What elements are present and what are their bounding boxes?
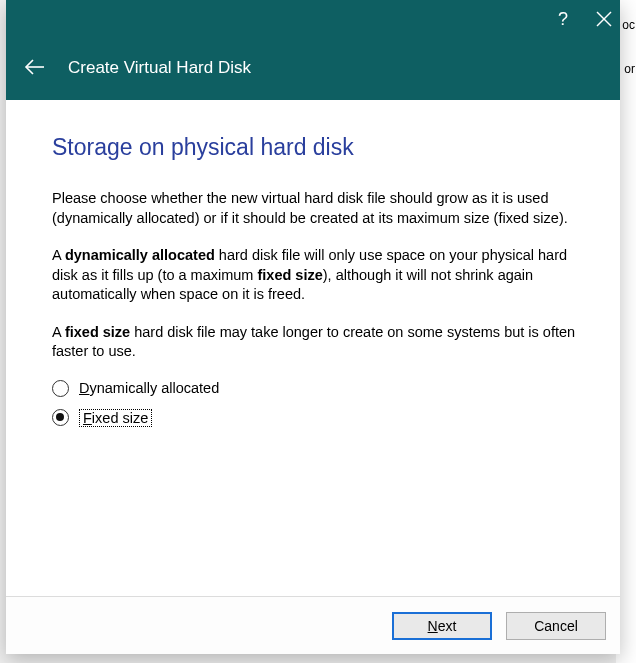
mnemonic: D (79, 380, 89, 396)
label-rest: ext (438, 618, 457, 634)
fixed-paragraph: A fixed size hard disk file may take lon… (52, 323, 580, 362)
dynamic-paragraph: A dynamically allocated hard disk file w… (52, 246, 580, 305)
intro-paragraph: Please choose whether the new virtual ha… (52, 189, 580, 228)
bg-text-fragment: oc (622, 18, 635, 32)
next-button[interactable]: Next (392, 612, 492, 640)
mnemonic: F (83, 410, 92, 426)
radio-label: Fixed size (79, 409, 152, 427)
mnemonic: N (428, 618, 438, 634)
text: hard disk file may take longer to create… (52, 324, 575, 360)
label-rest: ixed size (92, 410, 148, 426)
label-rest: ynamically allocated (89, 380, 219, 396)
bg-text-fragment: or (624, 62, 635, 76)
dialog-body: Storage on physical hard disk Please cho… (6, 100, 620, 596)
dialog-header: ? Create Virtual Hard Disk (6, 0, 620, 100)
cancel-button[interactable]: Cancel (506, 612, 606, 640)
dialog-title: Create Virtual Hard Disk (68, 58, 251, 78)
text-strong: fixed size (257, 267, 322, 283)
button-label: Cancel (534, 618, 578, 634)
back-icon[interactable] (24, 58, 46, 78)
dialog-footer: Next Cancel (6, 596, 620, 654)
radio-indicator[interactable] (52, 409, 69, 426)
text: A (52, 247, 65, 263)
help-icon[interactable]: ? (558, 10, 568, 28)
wizard-dialog: ? Create Virtual Hard Disk Storage on ph… (6, 0, 620, 654)
radio-indicator[interactable] (52, 380, 69, 397)
radio-option-dynamic[interactable]: Dynamically allocated (52, 380, 580, 397)
text-strong: fixed size (65, 324, 130, 340)
radio-label: Dynamically allocated (79, 380, 219, 396)
text-strong: dynamically allocated (65, 247, 215, 263)
storage-type-radio-group: Dynamically allocated Fixed size (52, 380, 580, 427)
page-heading: Storage on physical hard disk (52, 134, 580, 161)
text: A (52, 324, 65, 340)
close-icon[interactable] (596, 11, 612, 27)
radio-option-fixed[interactable]: Fixed size (52, 409, 580, 427)
